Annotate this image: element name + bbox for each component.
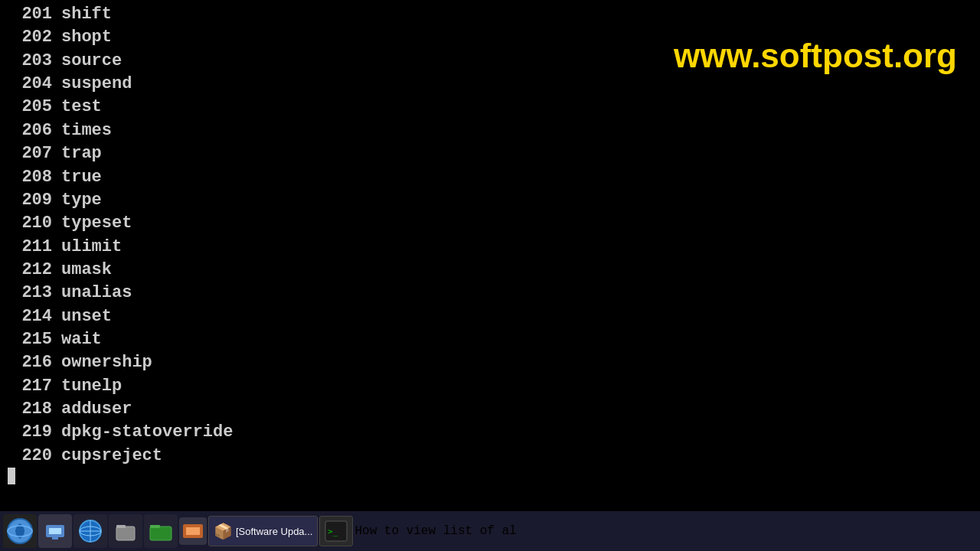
- terminal-cursor: [8, 468, 15, 484]
- terminal-line: 220cupsreject: [6, 445, 974, 468]
- line-number: 216: [6, 351, 61, 374]
- taskbar-icon-folder-green[interactable]: [144, 514, 178, 548]
- svg-rect-12: [150, 525, 160, 528]
- watermark-text: www.softpost.org: [674, 37, 957, 75]
- line-command: cupsreject: [61, 445, 162, 468]
- terminal-line: 204suspend: [6, 73, 974, 96]
- terminal-line: 214unset: [6, 305, 974, 328]
- taskbar-icon-globe[interactable]: [74, 514, 107, 548]
- taskbar-icon-6[interactable]: [179, 517, 207, 545]
- svg-text:>_: >_: [328, 527, 338, 536]
- line-number: 214: [6, 305, 61, 328]
- taskbar-icon-files[interactable]: [109, 514, 142, 548]
- svg-rect-14: [186, 527, 200, 535]
- line-number: 213: [6, 282, 61, 305]
- taskbar-icon-terminal[interactable]: >_: [319, 516, 353, 546]
- line-command: unalias: [61, 282, 132, 305]
- line-number: 210: [6, 212, 61, 235]
- line-command: type: [61, 189, 102, 212]
- terminal-line: 216ownership: [6, 351, 974, 374]
- line-command: umask: [61, 259, 112, 282]
- line-command: true: [61, 166, 102, 189]
- terminal-line: 217tunelp: [6, 375, 974, 398]
- taskbar-icon-2[interactable]: [38, 514, 72, 548]
- software-update-label: [Software Upda...: [236, 526, 312, 537]
- terminal-line: 213unalias: [6, 282, 974, 305]
- line-command: test: [61, 96, 102, 119]
- line-command: unset: [61, 305, 112, 328]
- line-command: shopt: [61, 26, 112, 49]
- line-command: ownership: [61, 351, 152, 374]
- software-update-taskbar-btn[interactable]: 📦 [Software Upda...: [208, 516, 318, 546]
- terminal-line: 207trap: [6, 142, 974, 165]
- line-command: shift: [61, 3, 112, 26]
- line-command: trap: [61, 142, 102, 165]
- line-number: 208: [6, 166, 61, 189]
- line-number: 204: [6, 73, 61, 96]
- line-number: 201: [6, 3, 61, 26]
- line-command: typeset: [61, 212, 132, 235]
- terminal: www.softpost.org 201shift202shopt203sour…: [0, 0, 980, 494]
- line-number: 215: [6, 328, 61, 351]
- cursor-line: [6, 468, 974, 484]
- line-number: 203: [6, 50, 61, 73]
- line-number: 206: [6, 119, 61, 142]
- line-number: 211: [6, 236, 61, 259]
- line-command: dpkg-statoverride: [61, 421, 233, 444]
- line-number: 209: [6, 189, 61, 212]
- terminal-line: 211ulimit: [6, 236, 974, 259]
- terminal-line: 201shift: [6, 3, 974, 26]
- terminal-line: 212umask: [6, 259, 974, 282]
- terminal-line: 210typeset: [6, 212, 974, 235]
- line-number: 217: [6, 375, 61, 398]
- taskbar-icon-1[interactable]: [3, 514, 37, 548]
- terminal-line: 219dpkg-statoverride: [6, 421, 974, 444]
- line-number: 220: [6, 445, 61, 468]
- svg-rect-11: [150, 527, 172, 540]
- terminal-line: 206times: [6, 119, 974, 142]
- svg-rect-4: [52, 537, 58, 540]
- terminal-line: 205test: [6, 96, 974, 119]
- line-number: 212: [6, 259, 61, 282]
- line-command: wait: [61, 328, 102, 351]
- line-command: source: [61, 50, 122, 73]
- taskbar-text: How to view list of al: [354, 524, 516, 538]
- svg-rect-3: [49, 528, 61, 534]
- taskbar: 📦 [Software Upda... >_ How to view list …: [0, 511, 980, 551]
- line-command: suspend: [61, 73, 132, 96]
- terminal-line: 209type: [6, 189, 974, 212]
- line-number: 218: [6, 398, 61, 421]
- terminal-line: 218adduser: [6, 398, 974, 421]
- terminal-line: 208true: [6, 166, 974, 189]
- svg-rect-10: [116, 525, 126, 528]
- line-command: tunelp: [61, 375, 122, 398]
- line-number: 207: [6, 142, 61, 165]
- line-command: times: [61, 119, 112, 142]
- software-update-icon: 📦: [214, 522, 233, 540]
- line-number: 219: [6, 421, 61, 444]
- line-number: 202: [6, 26, 61, 49]
- terminal-line: 215wait: [6, 328, 974, 351]
- line-command: adduser: [61, 398, 132, 421]
- line-command: ulimit: [61, 236, 122, 259]
- line-number: 205: [6, 96, 61, 119]
- svg-rect-9: [116, 527, 135, 540]
